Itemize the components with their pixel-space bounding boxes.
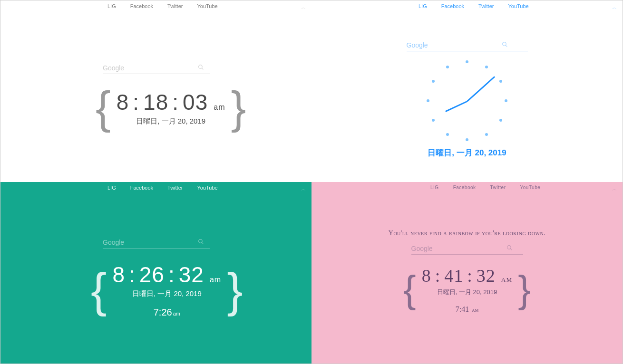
clock-hour-marker [466,138,468,141]
search-bar[interactable] [103,237,210,249]
sub-minutes: 41 [461,305,469,313]
clock-hour-marker [505,99,507,102]
clock-hour-marker [499,80,502,83]
search-input[interactable] [407,39,502,51]
ampm: AM [501,276,512,284]
brace-left: { [96,87,111,128]
ampm: am [210,275,221,284]
clock-hour-marker [499,119,502,122]
seconds: 32 [179,262,204,287]
nav-link-facebook[interactable]: Facebook [130,3,153,9]
brace-left: { [91,268,107,311]
svg-point-4 [199,239,203,243]
seconds: 03 [183,89,208,115]
secondary-time: 7:26am [154,307,180,318]
nav-link-lig[interactable]: LIG [430,185,439,190]
top-nav: LIG Facebook Twitter YouTube [107,185,218,191]
analog-clock [424,58,510,144]
search-bar[interactable] [103,62,210,74]
nav-link-facebook[interactable]: Facebook [130,185,153,191]
svg-line-5 [202,242,203,244]
search-icon[interactable] [198,64,204,72]
collapse-icon[interactable]: ︿ [612,186,617,192]
search-input[interactable] [103,237,198,248]
nav-link-youtube[interactable]: YouTube [520,185,541,190]
nav-link-twitter[interactable]: Twitter [478,3,494,9]
clock-hour-marker [446,66,449,68]
search-input[interactable] [103,62,198,74]
theme-grid: LIG Facebook Twitter YouTube ︿ { 8:18:03… [0,0,623,364]
nav-link-facebook[interactable]: Facebook [453,185,476,190]
svg-line-7 [510,249,512,250]
minutes: 41 [444,265,463,286]
panel-teal-digital: LIG Facebook Twitter YouTube ︿ { 8:26:32… [0,182,312,364]
search-icon[interactable] [198,239,204,246]
nav-link-youtube[interactable]: YouTube [197,185,217,191]
clock-hour-marker [485,66,488,68]
clock-hour-marker [432,80,435,83]
brace-left: { [403,272,416,307]
sub-ampm: AM [472,308,478,313]
sub-hours: 7 [456,305,459,313]
search-bar[interactable] [411,243,523,255]
collapse-icon[interactable]: ︿ [612,4,617,11]
hours: 8 [112,262,125,287]
sub-ampm: am [173,311,180,316]
search-icon[interactable] [502,41,508,49]
collapse-icon[interactable]: ︿ [301,186,306,192]
search-icon[interactable] [506,245,513,252]
sub-hours: 7 [154,307,159,317]
nav-link-youtube[interactable]: YouTube [508,3,528,9]
nav-link-twitter[interactable]: Twitter [167,3,183,9]
minute-hand [467,76,495,102]
quote-text: You'll never find a rainbow if you're lo… [389,230,545,237]
hour-hand [445,101,467,112]
search-input[interactable] [411,243,506,254]
clock-hour-marker [485,133,488,136]
ampm: am [214,103,225,112]
minutes: 26 [139,262,165,287]
hours: 8 [422,265,431,286]
date-display: 日曜日, 一月 20, 2019 [437,288,497,297]
nav-link-youtube[interactable]: YouTube [197,3,217,9]
brace-right: } [231,87,246,128]
clock-hour-marker [427,99,429,102]
collapse-icon[interactable]: ︿ [301,4,306,11]
date-display: 日曜日, 一月 20, 2019 [136,117,205,126]
date-display: 日曜日, 一月 20, 2019 [132,289,202,298]
sub-minutes: 26 [161,307,172,317]
date-display: 日曜日, 一月 20, 2019 [428,147,506,158]
top-nav: LIG Facebook Twitter YouTube [430,185,540,190]
panel-light-analog: LIG Facebook Twitter YouTube ︿ 日曜日, 一月 2… [312,0,623,182]
svg-line-1 [202,68,203,69]
digital-clock: { 8:18:03am 日曜日, 一月 20, 2019 } [96,87,246,128]
brace-right: } [518,272,531,307]
digital-clock: { 8:26:32am 日曜日, 一月 20, 2019 7:26am } [91,262,243,318]
svg-line-3 [506,45,507,47]
time-display: 8:41:32AM [422,265,513,286]
seconds: 32 [477,265,496,286]
panel-light-digital: LIG Facebook Twitter YouTube ︿ { 8:18:03… [0,0,312,182]
nav-link-lig[interactable]: LIG [107,3,116,9]
digital-clock: { 8:41:32AM 日曜日, 一月 20, 2019 7:41 AM } [403,265,531,314]
search-bar[interactable] [407,39,528,51]
clock-hour-marker [432,119,435,122]
nav-link-lig[interactable]: LIG [419,3,427,9]
time-display: 8:18:03am [117,89,225,115]
nav-link-facebook[interactable]: Facebook [441,3,464,9]
hours: 8 [117,89,129,115]
top-nav: LIG Facebook Twitter YouTube [419,3,529,9]
nav-link-lig[interactable]: LIG [107,185,116,191]
top-nav: LIG Facebook Twitter YouTube [107,3,218,9]
clock-hour-marker [446,133,449,136]
clock-hour-marker [466,60,468,63]
nav-link-twitter[interactable]: Twitter [167,185,183,191]
svg-point-2 [502,42,506,46]
panel-pink-digital: LIG Facebook Twitter YouTube ︿ You'll ne… [312,182,623,364]
svg-point-0 [199,65,203,69]
brace-right: } [227,268,243,311]
secondary-time: 7:41 AM [456,305,479,314]
svg-point-6 [507,246,511,249]
time-display: 8:26:32am [112,262,221,287]
nav-link-twitter[interactable]: Twitter [490,185,506,190]
